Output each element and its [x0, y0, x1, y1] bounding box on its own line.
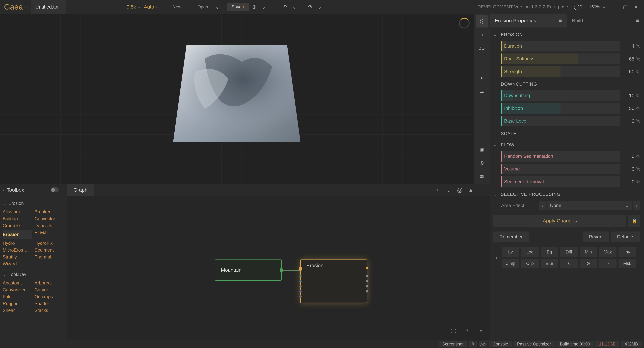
graph-refresh-icon[interactable]: ⟳ — [462, 326, 472, 336]
property-slider[interactable]: Random Sedimentation0% — [501, 151, 640, 162]
toolbox-item[interactable]: Carver — [34, 287, 64, 293]
remember-button[interactable]: Remember — [494, 232, 528, 242]
toolbox-item[interactable]: Shatter — [34, 301, 64, 307]
toolbox-item[interactable]: Anastom… — [3, 280, 32, 286]
graph-add-chevron-icon[interactable]: ⌄ — [444, 185, 454, 195]
modifier-chip[interactable]: ⊘ — [580, 259, 597, 268]
toolbox-item[interactable]: Thermal — [34, 254, 64, 260]
node-erosion[interactable]: Erosion — [300, 260, 367, 303]
minimize-icon[interactable]: — — [610, 3, 619, 10]
toolbox-item[interactable]: Canyonizer — [3, 287, 32, 293]
toolbox-item[interactable]: MicroEros… — [3, 247, 32, 253]
cloud-icon[interactable]: ☁ — [476, 85, 488, 98]
toolbox-item[interactable]: Wizard — [3, 261, 32, 267]
property-group-header[interactable]: ⌄EROSION — [494, 31, 640, 39]
save-button[interactable]: Save• — [227, 3, 249, 11]
undo-icon[interactable]: ↶ — [280, 2, 290, 11]
toolbox-item[interactable]: Rugged — [3, 301, 32, 307]
property-slider[interactable]: Duration4% — [501, 41, 640, 51]
console-button[interactable]: Console — [489, 341, 512, 347]
sun-icon[interactable]: ☀ — [476, 72, 488, 84]
toolbox-item[interactable]: Arboreal — [34, 280, 64, 286]
node-port[interactable] — [366, 285, 368, 288]
property-slider[interactable]: Sediment Removal0% — [501, 176, 640, 187]
toolbox-item[interactable]: Stacks — [34, 308, 64, 314]
add-chevron-icon[interactable]: ⌄ — [259, 2, 268, 11]
grid-icon[interactable]: ▦ — [476, 170, 488, 182]
toolbox-item[interactable]: Breaker — [34, 209, 64, 215]
toolbox-item[interactable]: Hydro — [3, 240, 32, 246]
resolution-value[interactable]: 0.5k — [126, 4, 137, 10]
document-name[interactable]: Untitled.tor — [31, 0, 66, 14]
toolbox-item[interactable]: Buildup — [3, 216, 32, 222]
open-chevron-icon[interactable]: ⌄ — [213, 2, 222, 11]
graph-flame-icon[interactable]: ▲ — [466, 185, 476, 195]
compass-icon[interactable]: ◎ — [476, 157, 488, 169]
toolbox-item[interactable]: Alluvium — [3, 209, 32, 215]
node-mountain[interactable]: Mountain — [215, 260, 282, 281]
defaults-button[interactable]: Defaults — [611, 232, 640, 242]
node-port[interactable] — [299, 285, 302, 288]
node-erosion-in-port[interactable] — [299, 267, 302, 271]
open-button[interactable]: Open — [193, 0, 213, 14]
lock-icon[interactable]: 🔒 — [628, 215, 640, 227]
resolution-chevron-icon[interactable]: ⌄ — [137, 5, 144, 9]
frame-icon[interactable]: ▣ — [476, 143, 488, 155]
toolbox-toggle[interactable] — [51, 187, 59, 192]
modifier-chip[interactable]: Lv — [502, 247, 519, 257]
toolbox-item[interactable]: HydroFix — [34, 240, 64, 246]
node-port[interactable] — [299, 295, 302, 298]
graph-layout-icon[interactable]: ✶ — [476, 326, 486, 336]
node-port[interactable] — [366, 290, 368, 293]
edit-icon[interactable]: ✎ — [469, 341, 477, 347]
toolbox-item[interactable] — [34, 261, 64, 267]
undo-chevron-icon[interactable]: ⌄ — [290, 2, 299, 11]
node-port[interactable] — [366, 280, 368, 283]
revert-button[interactable]: Revert — [583, 232, 608, 242]
toolbox-item[interactable]: Sediment — [34, 247, 64, 253]
mode-2d-button[interactable]: 2D — [476, 42, 488, 54]
node-port[interactable] — [299, 290, 302, 293]
zoom-chevron-icon[interactable]: ⌄ — [602, 5, 608, 9]
toolbox-item[interactable]: Deposits — [34, 223, 64, 229]
property-group-header[interactable]: ⌄SELECTIVE PROCESSING — [494, 190, 640, 198]
area-prev-icon[interactable]: ‹ — [539, 201, 546, 210]
toolbox-item[interactable]: Outcrops — [34, 294, 64, 300]
graph-add-icon[interactable]: + — [433, 185, 442, 195]
modifier-chip[interactable]: Max — [599, 247, 616, 257]
tab-build[interactable]: Build ≡ — [567, 14, 644, 27]
toolbox-item[interactable]: Fluvial — [34, 230, 64, 239]
property-group-header[interactable]: ›SCALE — [494, 130, 640, 138]
graph-tab[interactable]: Graph — [67, 184, 94, 196]
viewport-3d[interactable] — [0, 14, 474, 184]
modifier-chip[interactable]: 人 — [560, 259, 578, 268]
auto-mode[interactable]: Auto — [144, 4, 154, 10]
property-slider[interactable]: Base Level0% — [501, 116, 640, 126]
modifier-chip[interactable]: Inv — [618, 247, 636, 257]
modifier-chip[interactable]: Log — [521, 247, 539, 257]
apply-changes-button[interactable]: Apply Changes — [494, 215, 626, 227]
graph-menu-icon[interactable]: ≡ — [477, 185, 487, 195]
modifier-chip[interactable]: Msk — [618, 259, 636, 268]
app-logo[interactable]: Gaea ⌄ — [0, 2, 31, 11]
play-icon[interactable]: ▷▷ — [479, 341, 487, 347]
graph-canvas[interactable]: Mountain Erosion — [67, 196, 490, 340]
tab-properties-menu-icon[interactable]: ≡ — [559, 18, 562, 23]
redo-chevron-icon[interactable]: ⌄ — [315, 2, 324, 11]
toolbox-item[interactable]: Erosion — [3, 230, 32, 239]
area-next-icon[interactable]: › — [633, 201, 640, 210]
toolbox-collapse-icon[interactable]: ‹ — [3, 187, 4, 193]
toolbox-group-header[interactable]: ⌄Erosion — [3, 199, 64, 207]
add-icon[interactable]: ⊕ — [250, 2, 259, 11]
node-port[interactable] — [299, 275, 302, 278]
property-group-header[interactable]: ⌄DOWNCUTTING — [494, 80, 640, 88]
toolbox-item[interactable]: Stratify — [3, 254, 32, 260]
auto-chevron-icon[interactable]: ⌄ — [154, 5, 161, 9]
close-icon[interactable]: ✕ — [631, 3, 641, 10]
graph-fit-icon[interactable]: ⛶ — [449, 326, 458, 336]
toolbox-menu-icon[interactable]: ≡ — [61, 187, 64, 193]
toolbox-group-header[interactable]: ⌄LookDev — [3, 271, 64, 279]
new-button[interactable]: New — [168, 0, 186, 14]
modifier-chip[interactable]: 〰 — [599, 259, 616, 268]
zoom-value[interactable]: 150% — [589, 4, 600, 9]
